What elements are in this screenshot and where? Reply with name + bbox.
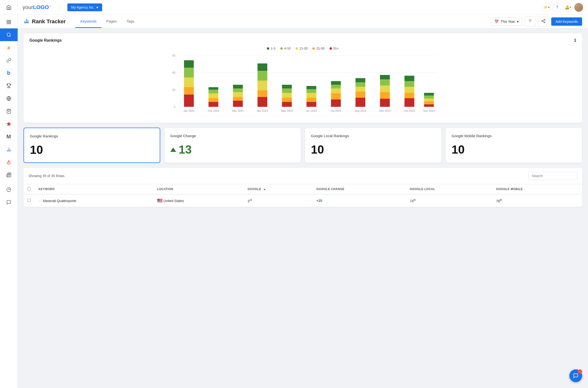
- header-right: ⚡ • ? 🔔 •: [542, 3, 583, 12]
- nav-tag-icon[interactable]: a: [0, 41, 18, 54]
- row-checkbox-cell: [24, 194, 35, 207]
- sort-icon: ▲: [263, 187, 266, 191]
- logo: yourLOGO™: [23, 4, 51, 11]
- tab-pages[interactable]: Pages: [101, 15, 122, 28]
- chat-icon: [573, 373, 578, 378]
- svg-rect-60: [282, 98, 292, 102]
- tab-tags[interactable]: Tags: [122, 15, 139, 28]
- row-keyword: ☆ Maserati Quattroporte: [35, 194, 153, 207]
- metric-google-local[interactable]: Google Local Rankings 10: [305, 128, 441, 163]
- date-filter-label: This Year: [501, 20, 515, 24]
- nav-globe-icon[interactable]: [0, 92, 18, 105]
- svg-line-24: [543, 21, 544, 22]
- svg-rect-2: [9, 23, 11, 24]
- bar-jul: Jul 2023: [331, 81, 341, 112]
- notifications-button[interactable]: 🔔 •: [564, 3, 572, 12]
- svg-rect-97: [424, 98, 434, 101]
- lightning-button[interactable]: ⚡ •: [542, 3, 551, 12]
- chat-button[interactable]: 1: [569, 369, 582, 382]
- row-location: 🇺🇸 United States: [153, 194, 244, 207]
- svg-marker-9: [7, 122, 11, 126]
- nav-m-icon[interactable]: M: [0, 130, 18, 143]
- svg-line-5: [10, 36, 11, 37]
- nav-home-icon[interactable]: [0, 0, 18, 15]
- header-divider: [59, 4, 60, 11]
- nav-search-icon[interactable]: [0, 28, 18, 41]
- chevron-down-icon: ▾: [517, 20, 519, 24]
- metric-google-change-label: Google Change: [170, 134, 295, 138]
- row-checkbox[interactable]: [27, 199, 31, 202]
- svg-rect-74: [331, 85, 341, 88]
- date-filter-button[interactable]: 📅 This Year ▾: [491, 17, 522, 26]
- nav-flame-icon[interactable]: [0, 156, 18, 169]
- google-rankings-chart-card: Google Rankings 1 1-3 4-10 11-20: [24, 33, 582, 123]
- svg-rect-84: [380, 92, 390, 99]
- legend-label-51plus: 51+: [333, 47, 339, 50]
- left-navigation: a b M: [0, 0, 18, 388]
- th-google-change: GOOGLE CHANGE: [312, 184, 406, 194]
- svg-rect-41: [208, 102, 218, 107]
- metric-google-rankings[interactable]: Google Rankings 10: [24, 128, 160, 163]
- nav-star-icon[interactable]: [0, 118, 18, 130]
- add-keywords-button[interactable]: Add Keywords: [551, 17, 582, 26]
- select-all-checkbox[interactable]: [27, 187, 31, 190]
- th-google-mobile: GOOGLE MOBILE: [492, 184, 582, 194]
- svg-text:Feb 2023: Feb 2023: [208, 109, 219, 112]
- svg-rect-89: [404, 98, 414, 107]
- svg-rect-77: [355, 98, 365, 107]
- svg-rect-72: [331, 93, 341, 99]
- notifications-badge: •: [570, 5, 571, 10]
- nav-bag-icon[interactable]: [0, 105, 18, 118]
- svg-rect-0: [7, 20, 8, 22]
- nav-trophy-icon[interactable]: [0, 79, 18, 92]
- filter-button[interactable]: [525, 17, 536, 26]
- chart-area: 60 40 20 0: [29, 54, 576, 118]
- page-title: Rank Tracker: [32, 18, 66, 25]
- metric-google-mobile[interactable]: Google Mobile Rankings 10: [445, 128, 582, 163]
- google-change-number: 13: [179, 143, 192, 156]
- user-avatar[interactable]: [574, 3, 583, 12]
- svg-rect-69: [306, 86, 316, 89]
- svg-rect-67: [306, 93, 316, 98]
- legend-dot-1-3: [267, 47, 269, 50]
- legend-label-1-3: 1-3: [271, 47, 275, 50]
- svg-rect-68: [306, 89, 316, 93]
- bar-may: May 2023: [281, 85, 293, 112]
- page-title-area: Rank Tracker: [24, 18, 66, 25]
- legend-1-3: 1-3: [267, 47, 275, 50]
- svg-rect-42: [208, 98, 218, 102]
- svg-rect-51: [233, 85, 243, 88]
- nav-pie-icon[interactable]: [0, 183, 18, 196]
- svg-text:40: 40: [172, 71, 176, 74]
- metric-google-local-value: 10: [311, 143, 435, 156]
- svg-text:Sep 2023: Sep 2023: [379, 109, 391, 112]
- svg-point-22: [542, 20, 543, 22]
- help-button[interactable]: ?: [553, 3, 562, 12]
- nav-chat-icon[interactable]: [0, 196, 18, 209]
- share-button[interactable]: [538, 17, 549, 26]
- svg-rect-50: [233, 88, 243, 92]
- metric-google-change[interactable]: Google Change 13: [164, 128, 301, 163]
- row-google-change: +20: [312, 194, 406, 207]
- tab-keywords[interactable]: Keywords: [75, 15, 101, 28]
- svg-rect-56: [257, 71, 267, 81]
- metric-google-local-label: Google Local Rankings: [311, 134, 435, 138]
- nav-chart-icon[interactable]: [0, 143, 18, 156]
- nav-newspaper-icon[interactable]: [0, 169, 18, 181]
- google-local-value: 74: [410, 199, 414, 203]
- table-search-input[interactable]: [528, 172, 577, 180]
- select-all-header: [24, 184, 35, 194]
- content-area: Google Rankings 1 1-3 4-10 11-20: [18, 28, 588, 388]
- nav-b-icon[interactable]: b: [0, 67, 18, 79]
- lightning-badge: •: [548, 5, 550, 10]
- svg-rect-85: [380, 85, 390, 92]
- svg-rect-53: [257, 97, 267, 107]
- svg-rect-35: [184, 95, 194, 107]
- th-google[interactable]: GOOGLE ▲: [244, 184, 312, 194]
- svg-rect-83: [380, 99, 390, 107]
- table-info: Showing 35 of 35 Rows: [28, 174, 64, 178]
- nav-grid-icon[interactable]: [0, 16, 18, 28]
- agency-selector[interactable]: My Agency Inc. ▾: [67, 3, 102, 11]
- nav-link-icon[interactable]: [0, 54, 18, 67]
- star-icon[interactable]: ☆: [38, 199, 42, 203]
